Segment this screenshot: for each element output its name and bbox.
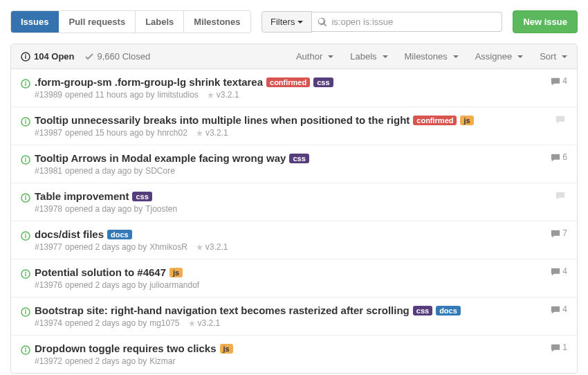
svg-rect-17 xyxy=(25,235,26,238)
chevron-down-icon xyxy=(453,55,459,58)
issue-meta: #13972opened 2 days ago byKizmar xyxy=(35,356,540,366)
issue-comments[interactable] xyxy=(540,190,567,201)
svg-rect-14 xyxy=(25,197,26,200)
issue-author[interactable]: SDCore xyxy=(145,166,175,176)
issue-author[interactable]: XhmikosR xyxy=(149,242,187,252)
issue-author[interactable]: Kizmar xyxy=(149,356,175,366)
svg-point-7 xyxy=(25,119,26,120)
label-docs[interactable]: docs xyxy=(107,230,132,239)
issue-main: Table improvementcss#13978opened a day a… xyxy=(35,190,540,214)
issue-author[interactable]: limitstudios xyxy=(158,90,199,100)
closed-count[interactable]: 9,660 Closed xyxy=(84,51,151,62)
issue-opened-text: opened 2 days ago by xyxy=(65,242,147,252)
filter-milestones[interactable]: Milestones xyxy=(405,51,459,62)
issue-comments[interactable] xyxy=(540,114,567,125)
issue-comments[interactable]: 4 xyxy=(540,304,567,315)
comment-icon xyxy=(551,342,560,353)
issue-milestone[interactable]: v3.2.1 xyxy=(196,128,228,138)
issue-number: #13977 xyxy=(35,242,62,252)
issue-author[interactable]: julioarmandof xyxy=(149,280,199,290)
issue-title[interactable]: Potential solution to #4647 xyxy=(35,266,166,278)
issue-title[interactable]: Tooltip unnecessarily breaks into multip… xyxy=(35,114,410,126)
tab-labels[interactable]: Labels xyxy=(136,11,184,33)
issue-row: Tooltip Arrows in Modal example facing w… xyxy=(11,145,577,183)
issue-milestone[interactable]: v3.2.1 xyxy=(188,318,221,328)
comment-icon xyxy=(551,266,560,277)
label-js[interactable]: js xyxy=(460,116,473,125)
issue-title[interactable]: .form-group-sm .form-group-lg shrink tex… xyxy=(35,76,263,88)
issue-number: #13976 xyxy=(35,280,62,290)
issue-comments[interactable]: 4 xyxy=(540,266,567,277)
label-js[interactable]: js xyxy=(220,344,233,354)
tab-pulls[interactable]: Pull requests xyxy=(59,11,136,33)
issue-title[interactable]: Bootstrap site: right-hand navigation te… xyxy=(35,304,410,316)
filter-author[interactable]: Author xyxy=(296,51,333,62)
label-css[interactable]: css xyxy=(289,154,309,163)
comment-icon xyxy=(551,152,560,163)
search-input[interactable]: is:open is:issue xyxy=(312,12,502,33)
issue-number: #13987 xyxy=(35,128,62,138)
filter-assignee[interactable]: Assignee xyxy=(475,51,523,62)
issue-main: Potential solution to #4647js#13976opene… xyxy=(35,266,540,290)
issue-comments[interactable]: 7 xyxy=(540,228,567,239)
tab-issues[interactable]: Issues xyxy=(11,11,59,33)
issue-meta: #13981opened a day ago bySDCore xyxy=(35,166,540,176)
issues-panel: 104 Open 9,660 Closed Author Labels Mile… xyxy=(10,44,578,374)
top-bar: Issues Pull requests Labels Milestones F… xyxy=(10,10,578,33)
issue-author[interactable]: mg1075 xyxy=(149,318,179,328)
chevron-down-icon xyxy=(562,55,567,58)
issue-author[interactable]: hnrch02 xyxy=(158,128,187,138)
issue-comments[interactable]: 4 xyxy=(540,76,567,86)
tab-milestones[interactable]: Milestones xyxy=(184,11,250,33)
chevron-down-icon xyxy=(383,55,388,58)
svg-point-4 xyxy=(25,81,26,82)
issue-title[interactable]: Tooltip Arrows in Modal example facing w… xyxy=(35,152,286,164)
issue-milestone[interactable]: v3.2.1 xyxy=(207,90,239,100)
issue-open-icon xyxy=(21,52,30,62)
issue-opened-text: opened 11 hours ago by xyxy=(65,90,154,100)
chevron-down-icon xyxy=(328,55,333,58)
issue-main: Tooltip unnecessarily breaks into multip… xyxy=(35,114,540,138)
svg-point-25 xyxy=(25,347,26,349)
issue-comments[interactable]: 1 xyxy=(540,342,567,353)
issue-title[interactable]: Table improvement xyxy=(35,190,129,202)
issue-milestone[interactable]: v3.2.1 xyxy=(196,242,228,252)
svg-point-19 xyxy=(25,271,26,273)
label-docs[interactable]: docs xyxy=(436,306,461,315)
issue-meta: #13976opened 2 days ago byjulioarmandof xyxy=(35,280,540,290)
comment-icon xyxy=(551,304,560,315)
issue-meta: #13978opened a day ago byTjoosten xyxy=(35,204,540,214)
issue-title[interactable]: docs/dist files xyxy=(35,228,104,240)
issue-number: #13981 xyxy=(35,166,62,176)
issue-opened-text: opened 2 days ago by xyxy=(65,356,147,366)
issue-open-icon xyxy=(21,268,35,279)
label-js[interactable]: js xyxy=(169,268,183,277)
issue-opened-text: opened a day ago by xyxy=(65,166,143,176)
svg-point-22 xyxy=(25,309,26,311)
issue-number: #13989 xyxy=(35,90,62,100)
new-issue-button[interactable]: New issue xyxy=(513,10,578,33)
label-css[interactable]: css xyxy=(132,192,151,201)
filter-sort[interactable]: Sort xyxy=(540,51,567,62)
label-confirmed[interactable]: confirmed xyxy=(413,116,457,125)
issue-author[interactable]: Tjoosten xyxy=(145,204,177,214)
svg-point-10 xyxy=(25,157,26,158)
issue-row: Potential solution to #4647js#13976opene… xyxy=(11,259,577,298)
open-count[interactable]: 104 Open xyxy=(21,51,75,62)
filters-button[interactable]: Filters xyxy=(261,11,312,33)
chevron-down-icon xyxy=(517,55,523,58)
comment-icon xyxy=(555,114,565,125)
label-confirmed[interactable]: confirmed xyxy=(266,77,310,87)
label-css[interactable]: css xyxy=(413,306,432,315)
issue-title[interactable]: Dropdown toggle requires two clicks xyxy=(35,342,217,354)
label-css[interactable]: css xyxy=(313,77,333,87)
svg-point-13 xyxy=(25,195,26,196)
issue-meta: #13987opened 15 hours ago byhnrch02v3.2.… xyxy=(35,128,540,138)
issue-row: Bootstrap site: right-hand navigation te… xyxy=(11,298,577,336)
issue-open-icon xyxy=(21,116,35,127)
issue-row: Dropdown toggle requires two clicksjs#13… xyxy=(11,336,577,373)
issue-comments[interactable]: 6 xyxy=(540,152,567,163)
filter-labels[interactable]: Labels xyxy=(350,51,387,62)
chevron-down-icon xyxy=(297,21,303,24)
panel-header: 104 Open 9,660 Closed Author Labels Mile… xyxy=(11,44,577,69)
